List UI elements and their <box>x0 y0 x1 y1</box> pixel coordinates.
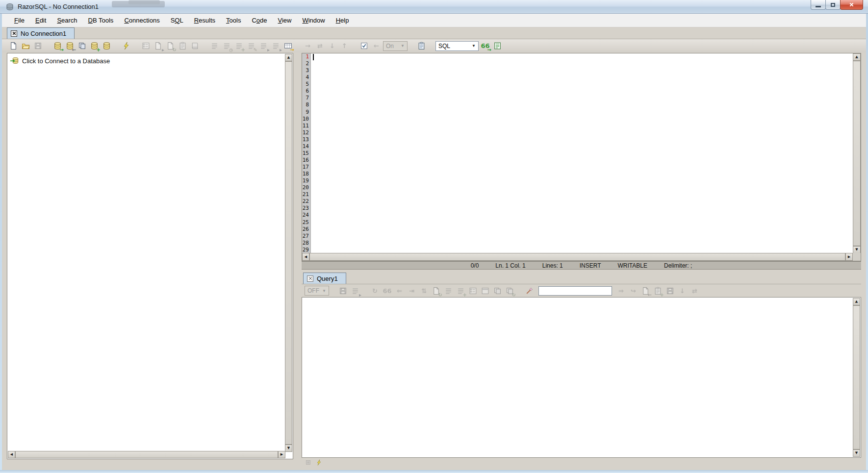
results-lines-button[interactable] <box>443 285 454 297</box>
statement-run-button[interactable]: ▸ <box>258 40 269 51</box>
add-connection-button[interactable]: + <box>89 40 100 51</box>
search-results-input[interactable] <box>538 286 612 296</box>
statement-edit-button[interactable]: ✎ <box>246 40 257 51</box>
save-query-button[interactable] <box>664 285 676 297</box>
scrollbar-thumb[interactable] <box>853 61 861 246</box>
language-select[interactable]: SQL▼ <box>435 41 479 51</box>
save-results-button[interactable] <box>337 285 349 297</box>
close-query-tab-icon[interactable] <box>307 275 313 282</box>
copy-connection-button[interactable] <box>77 40 88 51</box>
menu-results[interactable]: Results <box>189 14 221 27</box>
disconnect-database-button[interactable]: ← <box>64 40 76 51</box>
query-results-panel[interactable]: ▲ ▼ <box>302 297 861 458</box>
scroll-up-icon[interactable]: ▲ <box>853 298 860 305</box>
sort-results-button[interactable]: ▸ <box>350 285 361 297</box>
results-lines-2-button[interactable]: + <box>455 285 466 297</box>
open-file-button[interactable] <box>20 40 31 51</box>
arrow-left-button[interactable]: ← <box>371 40 382 51</box>
arrow-document-button[interactable]: ← <box>640 285 651 297</box>
query-vertical-scrollbar[interactable]: ▲ ▼ <box>853 298 860 457</box>
scroll-up-icon[interactable]: ▲ <box>285 54 292 61</box>
scrollbar-thumb[interactable] <box>309 253 845 261</box>
arrow-into-tree-button[interactable]: ⇥ <box>406 285 417 297</box>
document-refresh-button[interactable]: ↻ <box>165 40 176 51</box>
scroll-right-icon[interactable]: ▶ <box>845 253 853 261</box>
statement-run-all-button[interactable]: ▸ <box>270 40 281 51</box>
note-add-button[interactable]: + <box>652 285 664 297</box>
editor-horizontal-scrollbar[interactable]: ◀ ▶ <box>302 253 853 261</box>
scroll-down-icon[interactable]: ▼ <box>285 445 292 452</box>
scroll-right-icon[interactable]: ▶ <box>278 451 285 458</box>
checkbox-edit-button[interactable] <box>358 40 370 51</box>
menu-help[interactable]: Help <box>331 14 355 27</box>
minimize-button[interactable] <box>811 0 826 10</box>
menu-db-tools[interactable]: DB Tools <box>83 14 119 27</box>
menu-file[interactable]: File <box>9 14 30 27</box>
sql-text-area[interactable] <box>311 53 853 253</box>
close-button[interactable] <box>840 0 863 10</box>
scroll-down-icon[interactable]: ▼ <box>853 246 861 253</box>
sql-history-button[interactable] <box>177 40 188 51</box>
menu-connections[interactable]: Connections <box>119 14 165 27</box>
scrollbar-thumb[interactable] <box>285 61 292 445</box>
menu-sql[interactable]: SQL <box>165 14 189 27</box>
connect-database-button[interactable]: → <box>52 40 63 51</box>
highlight-wand-button[interactable] <box>524 285 535 297</box>
document-sync-button[interactable]: ↻ <box>431 285 442 297</box>
arrow-back-lines-button[interactable]: ⇐ <box>394 285 405 297</box>
view-glasses-button[interactable]: 66 <box>382 285 393 297</box>
arrows-swap-2-button[interactable]: ⇄ <box>689 285 700 297</box>
table-form-button[interactable] <box>140 40 152 51</box>
sql-editor[interactable]: 1234567891011121314151617181920212223242… <box>302 53 861 261</box>
database-tools-button[interactable] <box>101 40 112 51</box>
reference-book-button[interactable] <box>189 40 201 51</box>
menu-code[interactable]: Code <box>246 14 272 27</box>
close-tab-icon[interactable] <box>11 30 17 37</box>
rotate-arrows-button[interactable]: ↻ <box>369 285 381 297</box>
scroll-left-icon[interactable]: ◀ <box>8 451 15 458</box>
arrow-down-2-button[interactable]: ↓ <box>677 285 688 297</box>
scrollbar-thumb[interactable] <box>15 451 278 458</box>
table-export-button[interactable]: → <box>282 40 294 51</box>
maximize-button[interactable] <box>825 0 841 10</box>
tab-query1[interactable]: Query1 <box>303 273 346 284</box>
arrow-up-button[interactable]: ↑ <box>339 40 350 51</box>
scroll-down-icon[interactable]: ▼ <box>853 449 860 457</box>
search-forward-edit-button[interactable]: ↪ <box>628 285 639 297</box>
on-mode-select[interactable]: On▼ <box>383 41 408 51</box>
search-forward-button[interactable]: ⇒ <box>615 285 627 297</box>
execute-query-button[interactable] <box>314 458 323 466</box>
save-file-button[interactable] <box>32 40 44 51</box>
sidebar-horizontal-scrollbar[interactable]: ◀ ▶ <box>8 451 285 458</box>
results-window-button[interactable] <box>480 285 491 297</box>
new-file-button[interactable] <box>8 40 19 51</box>
menu-search[interactable]: Search <box>51 14 82 27</box>
arrows-swap-button[interactable]: ⇄ <box>314 40 326 51</box>
format-quotes-button[interactable]: 66→ <box>480 40 491 51</box>
execute-sql-button[interactable] <box>121 40 132 51</box>
menu-view[interactable]: View <box>273 14 297 27</box>
colored-list-button[interactable] <box>492 40 503 51</box>
scrollbar-thumb[interactable] <box>853 305 860 449</box>
arrow-right-button[interactable]: → <box>302 40 313 51</box>
title-bar[interactable]: RazorSQL - No Connection1 <box>0 0 868 14</box>
sidebar-vertical-scrollbar[interactable]: ▲ ▼ <box>285 54 292 452</box>
connect-prompt[interactable]: → Click to Connect to a Database <box>7 53 293 65</box>
menu-window[interactable]: Window <box>297 14 330 27</box>
copy-results-button[interactable] <box>492 285 503 297</box>
results-form-button[interactable] <box>467 285 479 297</box>
statement-add-button[interactable]: + <box>233 40 245 51</box>
menu-tools[interactable]: Tools <box>221 14 246 27</box>
scroll-up-icon[interactable]: ▲ <box>853 53 861 61</box>
statement-history-button[interactable]: ◷ <box>221 40 232 51</box>
notes-clipboard-button[interactable] <box>416 40 427 51</box>
copy-refresh-button[interactable]: ↻ <box>504 285 515 297</box>
menu-edit[interactable]: Edit <box>30 14 51 27</box>
tab-no-connection1[interactable]: No Connection1 <box>7 27 75 39</box>
statement-list-button[interactable] <box>209 40 220 51</box>
panel-toggle-button[interactable] <box>304 458 312 466</box>
off-mode-select[interactable]: OFF▼ <box>305 286 329 296</box>
scroll-left-icon[interactable]: ◀ <box>302 253 309 261</box>
arrows-up-down-button[interactable]: ⇅ <box>418 285 430 297</box>
editor-vertical-scrollbar[interactable]: ▲ ▼ <box>853 53 861 253</box>
